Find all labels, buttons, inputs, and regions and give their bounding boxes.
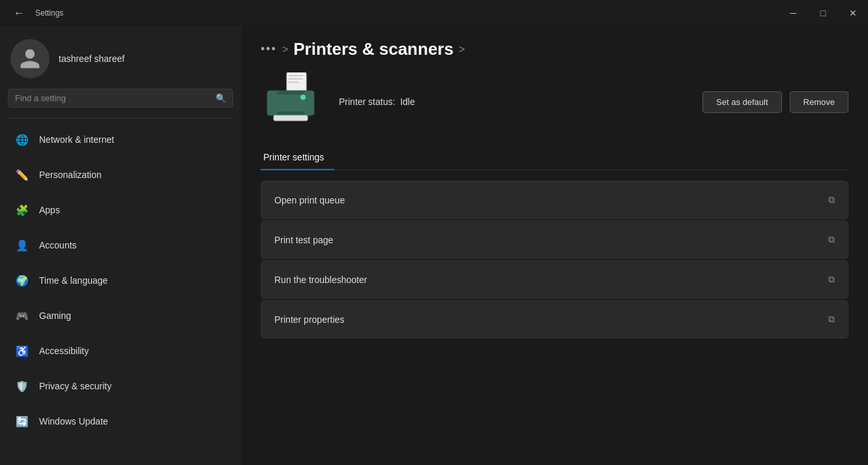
sidebar-item-network[interactable]: 🌐 Network & internet (4, 123, 237, 157)
user-profile[interactable]: tashreef shareef (0, 26, 241, 89)
search-box: 🔍 (8, 89, 233, 108)
minimize-button[interactable]: ─ (778, 0, 808, 26)
sidebar-item-personalization[interactable]: ✏️ Personalization (4, 158, 237, 192)
sidebar-item-apps[interactable]: 🧩 Apps (4, 193, 237, 227)
svg-rect-8 (274, 115, 308, 121)
set-default-button[interactable]: Set as default (702, 91, 782, 113)
external-link-icon: ⧉ (828, 234, 835, 245)
network-icon: 🌐 (14, 132, 30, 147)
settings-label-printer-properties: Printer properties (274, 314, 344, 325)
sidebar-item-privacy[interactable]: 🛡️ Privacy & security (4, 369, 237, 403)
svg-point-6 (300, 95, 306, 100)
search-container: 🔍 (0, 89, 241, 115)
breadcrumb: ••• > Printers & scanners > (261, 39, 848, 59)
accounts-icon: 👤 (14, 237, 30, 253)
time-icon: 🌍 (14, 273, 30, 288)
titlebar-controls: ─ □ ✕ (778, 0, 868, 26)
update-icon: 🔄 (14, 413, 30, 429)
sidebar-label-time: Time & language (39, 275, 108, 286)
settings-label-print-test-page: Print test page (274, 235, 333, 245)
sidebar-item-gaming[interactable]: 🎮 Gaming (4, 299, 237, 333)
sidebar-label-accessibility: Accessibility (39, 346, 89, 356)
user-avatar-icon (18, 47, 42, 70)
nav-list: 🌐 Network & internet ✏️ Personalization … (0, 121, 241, 440)
search-input[interactable] (15, 93, 210, 103)
apps-icon: 🧩 (14, 202, 30, 218)
breadcrumb-sep-1: > (282, 44, 288, 55)
sidebar-item-time[interactable]: 🌍 Time & language (4, 263, 237, 297)
printer-icon-area (261, 72, 326, 131)
settings-item-printer-properties[interactable]: Printer properties ⧉ (261, 300, 848, 338)
sidebar: tashreef shareef 🔍 🌐 Network & internet … (0, 26, 241, 465)
sidebar-label-network: Network & internet (39, 134, 114, 145)
close-button[interactable]: ✕ (838, 0, 868, 26)
settings-label-open-print-queue: Open print queue (274, 195, 345, 205)
sidebar-label-privacy: Privacy & security (39, 381, 111, 391)
sidebar-label-accounts: Accounts (39, 240, 77, 250)
privacy-icon: 🛡️ (14, 378, 30, 394)
settings-label-run-troubleshooter: Run the troubleshooter (274, 275, 367, 285)
breadcrumb-title: Printers & scanners (293, 39, 454, 59)
breadcrumb-dots[interactable]: ••• (261, 42, 277, 56)
sidebar-label-personalization: Personalization (39, 170, 102, 180)
sidebar-divider (8, 118, 233, 119)
titlebar: ← Settings ─ □ ✕ (0, 0, 868, 26)
back-button[interactable]: ← (8, 4, 30, 23)
settings-item-open-print-queue[interactable]: Open print queue ⧉ (261, 181, 848, 219)
sidebar-item-accessibility[interactable]: ♿ Accessibility (4, 334, 237, 368)
sidebar-label-apps: Apps (39, 205, 60, 215)
printer-status-area: Printer status: Idle (339, 97, 415, 107)
sidebar-label-gaming: Gaming (39, 310, 71, 321)
settings-item-run-troubleshooter[interactable]: Run the troubleshooter ⧉ (261, 260, 848, 299)
settings-item-print-test-page[interactable]: Print test page ⧉ (261, 220, 848, 259)
external-link-icon: ⧉ (828, 194, 835, 205)
sidebar-item-accounts[interactable]: 👤 Accounts (4, 228, 237, 262)
gaming-icon: 🎮 (14, 308, 30, 323)
main-layout: tashreef shareef 🔍 🌐 Network & internet … (0, 26, 868, 465)
search-icon: 🔍 (216, 93, 226, 103)
breadcrumb-sep-2: > (459, 44, 465, 55)
tab-printer-settings[interactable]: Printer settings (261, 147, 334, 170)
maximize-button[interactable]: □ (808, 0, 838, 26)
settings-list: Open print queue ⧉ Print test page ⧉ Run… (261, 181, 848, 338)
sidebar-label-update: Windows Update (39, 416, 108, 427)
accessibility-icon: ♿ (14, 343, 30, 359)
printer-actions: Set as default Remove (702, 91, 848, 113)
sidebar-item-update[interactable]: 🔄 Windows Update (4, 404, 237, 438)
external-link-icon: ⧉ (828, 314, 835, 325)
external-link-icon: ⧉ (828, 274, 835, 285)
content-area: ••• > Printers & scanners > (241, 26, 868, 465)
printer-icon (261, 72, 326, 131)
svg-rect-2 (289, 78, 303, 80)
svg-rect-3 (289, 82, 299, 83)
printer-header: Printer status: Idle Set as default Remo… (261, 72, 848, 131)
avatar (10, 39, 50, 78)
titlebar-title: Settings (35, 8, 63, 18)
remove-button[interactable]: Remove (790, 91, 848, 113)
svg-rect-5 (277, 91, 304, 95)
tabs-bar: Printer settings (261, 147, 848, 170)
svg-rect-1 (289, 75, 303, 76)
svg-rect-7 (277, 112, 304, 115)
printer-status: Printer status: Idle (339, 97, 415, 107)
username: tashreef shareef (59, 53, 124, 64)
personalization-icon: ✏️ (14, 167, 30, 183)
